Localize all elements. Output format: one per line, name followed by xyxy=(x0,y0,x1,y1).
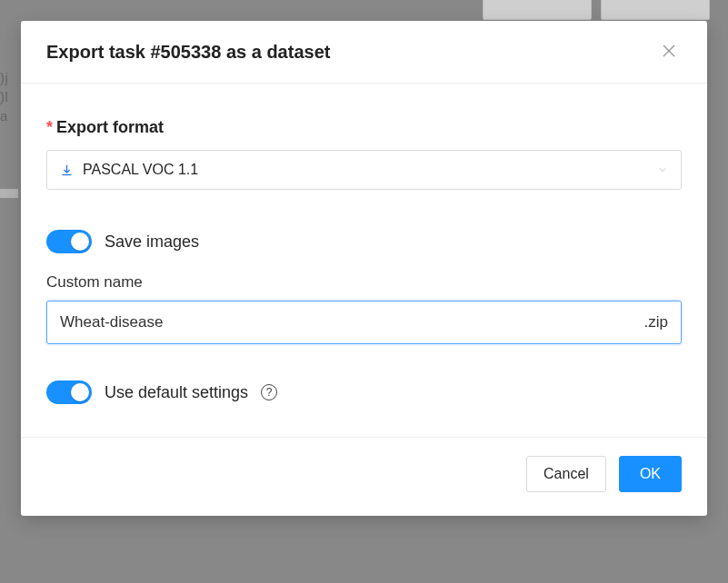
background-text: )j)la xyxy=(0,68,8,125)
export-dataset-modal: Export task #505338 as a dataset *Export… xyxy=(21,21,707,516)
custom-name-input[interactable] xyxy=(47,301,644,343)
chevron-down-icon xyxy=(657,164,668,175)
modal-header: Export task #505338 as a dataset xyxy=(21,21,707,84)
select-value-wrap: PASCAL VOC 1.1 xyxy=(60,162,198,178)
save-images-toggle[interactable] xyxy=(46,230,92,253)
save-images-label: Save images xyxy=(105,232,199,252)
modal-footer: Cancel OK xyxy=(21,438,707,516)
close-icon xyxy=(661,43,677,62)
bg-button xyxy=(483,0,592,20)
export-format-select[interactable]: PASCAL VOC 1.1 xyxy=(46,150,682,190)
default-settings-label: Use default settings xyxy=(105,383,248,402)
toggle-knob xyxy=(71,232,89,251)
save-images-row: Save images xyxy=(46,230,682,253)
ok-button[interactable]: OK xyxy=(619,456,682,492)
toggle-knob xyxy=(71,383,89,401)
close-button[interactable] xyxy=(656,39,682,64)
export-format-label: *Export format xyxy=(46,118,682,137)
bg-button xyxy=(601,0,710,20)
modal-body: *Export format PASCAL VOC 1.1 Save image… xyxy=(21,84,707,438)
background-bar xyxy=(0,189,18,198)
custom-name-label: Custom name xyxy=(46,273,682,292)
modal-title: Export task #505338 as a dataset xyxy=(46,42,330,63)
cancel-button[interactable]: Cancel xyxy=(526,456,606,492)
custom-name-suffix: .zip xyxy=(644,313,668,331)
download-icon xyxy=(60,163,74,177)
default-settings-toggle[interactable] xyxy=(46,380,92,404)
custom-name-input-wrap: .zip xyxy=(46,301,682,344)
help-icon[interactable]: ? xyxy=(261,384,277,400)
default-settings-row: Use default settings ? xyxy=(46,380,682,404)
export-format-value: PASCAL VOC 1.1 xyxy=(83,162,198,178)
required-star-icon: * xyxy=(46,118,53,136)
background-toolbar xyxy=(483,0,710,20)
